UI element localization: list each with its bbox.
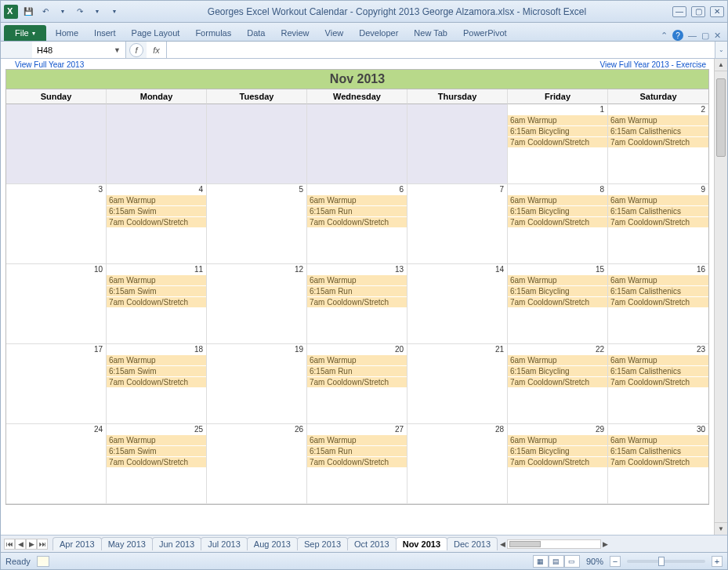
calendar-cell[interactable]: 17 <box>6 344 107 424</box>
name-box-dropdown-icon[interactable]: ▼ <box>114 46 121 54</box>
calendar-event[interactable]: 6:15am Bicycling <box>508 366 607 377</box>
calendar-event[interactable]: 7am Cooldown/Stretch <box>107 217 206 228</box>
calendar-cell[interactable]: 12 <box>207 264 307 344</box>
calendar-event[interactable]: 6:15am Bicycling <box>508 446 607 457</box>
calendar-event[interactable]: 6am Warmup <box>107 355 206 366</box>
tab-nav-next-icon[interactable]: ▶ <box>26 539 37 550</box>
doc-restore-icon[interactable]: ▢ <box>701 31 709 41</box>
calendar-cell[interactable]: 28 <box>407 424 508 504</box>
calendar-event[interactable]: 6am Warmup <box>508 275 607 286</box>
formula-input[interactable] <box>167 42 715 58</box>
zoom-slider[interactable] <box>627 560 705 563</box>
calendar-cell[interactable]: 116am Warmup6:15am Swim7am Cooldown/Stre… <box>107 264 207 344</box>
calendar-event[interactable]: 6am Warmup <box>107 435 206 446</box>
calendar-event[interactable]: 6:15am Calisthenics <box>608 206 708 217</box>
zoom-label[interactable]: 90% <box>586 557 603 566</box>
calendar-event[interactable]: 6:15am Run <box>307 446 407 457</box>
calendar-event[interactable]: 7am Cooldown/Stretch <box>608 137 708 148</box>
calendar-cell[interactable] <box>207 104 307 184</box>
calendar-event[interactable]: 6:15am Bicycling <box>508 126 607 137</box>
calendar-cell[interactable]: 276am Warmup6:15am Run7am Cooldown/Stret… <box>307 424 407 504</box>
sheet-tab[interactable]: Jun 2013 <box>152 537 201 550</box>
redo-icon[interactable]: ↷ <box>73 5 87 19</box>
calendar-cell[interactable]: 156am Warmup6:15am Bicycling7am Cooldown… <box>508 264 608 344</box>
calendar-event[interactable]: 7am Cooldown/Stretch <box>508 137 607 148</box>
calendar-event[interactable]: 7am Cooldown/Stretch <box>107 457 206 468</box>
ribbon-tab-data[interactable]: Data <box>239 25 273 41</box>
sheet-tab[interactable]: Jul 2013 <box>201 537 248 550</box>
calendar-event[interactable]: 6am Warmup <box>307 355 407 366</box>
calendar-cell[interactable]: 226am Warmup6:15am Bicycling7am Cooldown… <box>508 344 608 424</box>
redo-dropdown-icon[interactable]: ▼ <box>90 5 104 19</box>
hscroll-right-icon[interactable]: ▶ <box>603 540 608 548</box>
insert-function-icon[interactable]: f <box>129 43 143 57</box>
calendar-event[interactable]: 6:15am Bicycling <box>508 286 607 297</box>
page-break-view-icon[interactable]: ▭ <box>564 555 580 568</box>
sheet-tab[interactable]: Sep 2013 <box>297 537 348 550</box>
fx-label[interactable]: fx <box>147 42 167 58</box>
calendar-cell[interactable]: 66am Warmup6:15am Run7am Cooldown/Stretc… <box>307 184 407 264</box>
calendar-cell[interactable]: 136am Warmup6:15am Run7am Cooldown/Stret… <box>307 264 407 344</box>
scroll-up-icon[interactable]: ▲ <box>715 59 727 71</box>
calendar-cell[interactable]: 166am Warmup6:15am Calisthenics7am Coold… <box>608 264 708 344</box>
calendar-cell[interactable]: 3 <box>6 184 107 264</box>
calendar-event[interactable]: 7am Cooldown/Stretch <box>508 377 607 388</box>
normal-view-icon[interactable]: ▦ <box>533 555 549 568</box>
sheet-tab[interactable]: Dec 2013 <box>447 537 498 550</box>
calendar-event[interactable]: 7am Cooldown/Stretch <box>307 377 407 388</box>
tab-nav-prev-icon[interactable]: ◀ <box>15 539 26 550</box>
hscroll-left-icon[interactable]: ◀ <box>500 540 505 548</box>
calendar-event[interactable]: 7am Cooldown/Stretch <box>608 297 708 308</box>
undo-dropdown-icon[interactable]: ▼ <box>56 5 70 19</box>
minimize-button[interactable]: — <box>672 6 686 17</box>
calendar-cell[interactable] <box>407 104 508 184</box>
calendar-cell[interactable]: 26 <box>207 424 307 504</box>
calendar-event[interactable]: 7am Cooldown/Stretch <box>508 457 607 468</box>
calendar-event[interactable]: 7am Cooldown/Stretch <box>307 297 407 308</box>
calendar-cell[interactable]: 5 <box>207 184 307 264</box>
view-full-year-link[interactable]: View Full Year 2013 <box>15 60 84 69</box>
ribbon-tab-view[interactable]: View <box>317 25 352 41</box>
calendar-cell[interactable]: 256am Warmup6:15am Swim7am Cooldown/Stre… <box>107 424 207 504</box>
calendar-cell[interactable]: 26am Warmup6:15am Calisthenics7am Cooldo… <box>608 104 708 184</box>
ribbon-minimize-icon[interactable]: ⌃ <box>661 31 668 41</box>
calendar-cell[interactable]: 296am Warmup6:15am Bicycling7am Cooldown… <box>508 424 608 504</box>
calendar-event[interactable]: 6am Warmup <box>608 435 708 446</box>
page-layout-view-icon[interactable]: ▤ <box>549 555 564 568</box>
macro-record-icon[interactable] <box>37 556 49 567</box>
calendar-event[interactable]: 7am Cooldown/Stretch <box>608 457 708 468</box>
close-button[interactable]: ✕ <box>710 6 724 17</box>
scroll-down-icon[interactable]: ▼ <box>715 522 727 535</box>
view-full-year-exercise-link[interactable]: View Full Year 2013 - Exercise <box>600 60 706 69</box>
calendar-cell[interactable]: 14 <box>407 264 508 344</box>
calendar-event[interactable]: 7am Cooldown/Stretch <box>307 457 407 468</box>
calendar-event[interactable]: 6am Warmup <box>508 435 607 446</box>
calendar-event[interactable]: 6am Warmup <box>107 195 206 206</box>
calendar-cell[interactable]: 19 <box>207 344 307 424</box>
calendar-event[interactable]: 6am Warmup <box>608 275 708 286</box>
calendar-event[interactable]: 6am Warmup <box>307 195 407 206</box>
tab-nav-last-icon[interactable]: ⏭ <box>37 539 48 550</box>
calendar-cell[interactable]: 7 <box>407 184 508 264</box>
calendar-cell[interactable]: 236am Warmup6:15am Calisthenics7am Coold… <box>608 344 708 424</box>
calendar-event[interactable]: 7am Cooldown/Stretch <box>307 217 407 228</box>
qat-customize-icon[interactable]: ▼ <box>107 5 121 19</box>
doc-close-icon[interactable]: ✕ <box>714 31 721 41</box>
calendar-cell[interactable]: 16am Warmup6:15am Bicycling7am Cooldown/… <box>508 104 608 184</box>
calendar-cell[interactable] <box>6 104 107 184</box>
calendar-event[interactable]: 6:15am Swim <box>107 286 206 297</box>
zoom-out-button[interactable]: − <box>610 556 621 567</box>
sheet-tab[interactable]: Apr 2013 <box>53 537 102 550</box>
ribbon-tab-formulas[interactable]: Formulas <box>187 25 239 41</box>
ribbon-tab-developer[interactable]: Developer <box>351 25 406 41</box>
calendar-event[interactable]: 6am Warmup <box>307 435 407 446</box>
calendar-event[interactable]: 6:15am Run <box>307 206 407 217</box>
calendar-event[interactable]: 7am Cooldown/Stretch <box>608 217 708 228</box>
calendar-event[interactable]: 6am Warmup <box>107 275 206 286</box>
ribbon-tab-insert[interactable]: Insert <box>86 25 124 41</box>
calendar-event[interactable]: 6:15am Swim <box>107 446 206 457</box>
ribbon-tab-page-layout[interactable]: Page Layout <box>124 25 188 41</box>
calendar-event[interactable]: 7am Cooldown/Stretch <box>508 217 607 228</box>
calendar-cell[interactable] <box>307 104 407 184</box>
formula-bar-expand-icon[interactable]: ⌄ <box>715 42 727 58</box>
